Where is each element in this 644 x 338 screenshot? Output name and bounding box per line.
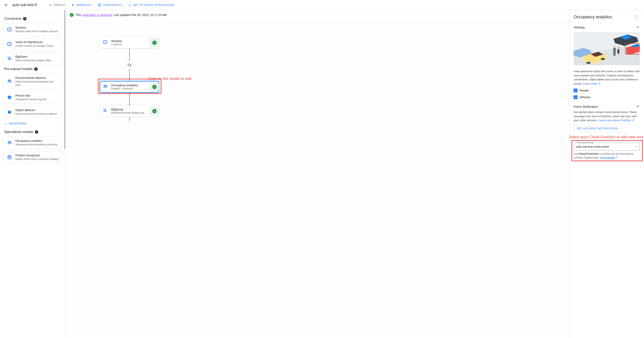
node-occupancy[interactable]: Occupancy analytics People + vehicles (100, 81, 159, 93)
settings-description: Uses advanced inputs like zones or lines… (574, 69, 640, 86)
card-title: Vision AI Warehouse (15, 40, 53, 44)
sidebar-item[interactable]: StreamsStream video from multiple source… (3, 23, 62, 36)
svg-rect-28 (614, 52, 614, 56)
pv-icon (6, 140, 12, 146)
chevron-up-icon (636, 25, 640, 29)
svg-rect-29 (614, 52, 616, 56)
stop-icon (71, 3, 74, 7)
card-title: Occupancy analytics (15, 139, 57, 142)
status-link[interactable]: application is deployed (82, 13, 112, 17)
card-title: Object detector (15, 108, 57, 112)
chart-icon (98, 3, 101, 7)
pretrained-heading: Pre-trained models ? (4, 67, 62, 71)
card-subtitle: Draw boxes around known objects (15, 112, 57, 115)
warehouse-icon (6, 41, 12, 47)
show-more-button[interactable]: SHOW MORE (3, 120, 62, 127)
sidebar-item[interactable]: Occupancy analyticsAdvanced person/vehic… (3, 136, 62, 149)
event-section-toggle[interactable]: Event Notification (574, 102, 640, 110)
help-icon[interactable]: ? (35, 130, 38, 134)
card-subtitle: Detect items from a product catalog (15, 157, 58, 160)
undeploy-button[interactable]: UNDEPLOY (69, 2, 94, 9)
svg-rect-32 (618, 54, 618, 57)
setup-event-notification-button[interactable]: SET UP EVENT NOTIFICATION (574, 125, 621, 132)
annotation-select-function: Select your Cloud Function or add new on… (569, 135, 643, 139)
help-icon[interactable]: ? (34, 67, 38, 71)
svg-rect-27 (613, 48, 616, 52)
svg-point-26 (613, 46, 616, 48)
learn-more-link[interactable]: Learn more (583, 82, 600, 85)
sidebar-item[interactable]: Vision AI WarehouseAssets stored on Goog… (3, 38, 62, 50)
card-subtitle: Draw boxes around people and cars (15, 80, 59, 86)
specialized-heading: Specialized models ? (4, 130, 62, 134)
field-label: Post-processing (576, 141, 594, 144)
settings-section-toggle[interactable]: Settings (574, 23, 640, 31)
sidebar-item[interactable]: Object detectorDraw boxes around known o… (3, 106, 62, 118)
svg-point-24 (601, 58, 605, 60)
chevron-up-icon (636, 105, 640, 108)
sidebar: Connectors ? StreamsStream video from mu… (0, 10, 66, 338)
bigquery-icon (103, 108, 109, 114)
svg-rect-33 (618, 54, 619, 57)
blur-icon (6, 94, 12, 100)
card-title: Person/vehicle detector (15, 76, 59, 80)
event-description: Get alerted when certain model events oc… (574, 110, 640, 122)
sidebar-item[interactable]: Product recognizerDetect items from a pr… (3, 151, 62, 163)
card-subtitle: Anonymize human figures (15, 98, 47, 101)
sidebar-item[interactable]: Person/vehicle detectorDraw boxes around… (3, 73, 62, 89)
status-check-icon (150, 38, 159, 47)
status-check-icon (150, 82, 159, 92)
help-icon[interactable]: ? (23, 17, 26, 21)
pubsub-link[interactable]: Learn more about Pub/Sub (598, 119, 634, 122)
details-title: Occupancy analytics (574, 15, 612, 19)
svg-point-20 (636, 17, 637, 17)
svg-point-23 (586, 62, 590, 64)
svg-point-30 (617, 47, 620, 49)
streams-icon (103, 40, 109, 46)
node-streams[interactable]: Streams 1 source (100, 37, 159, 49)
dropdown-icon (634, 145, 637, 148)
card-subtitle: Store structured insights data (15, 59, 51, 62)
people-icon (103, 84, 109, 90)
streams-icon (6, 27, 12, 32)
people-checkbox-row[interactable]: People (574, 89, 640, 92)
more-menu-button[interactable] (633, 14, 640, 20)
success-icon (70, 13, 74, 17)
card-title: BigQuery (15, 55, 51, 58)
card-subtitle: Stream video from multiple sources (15, 30, 58, 33)
card-subtitle: Advanced person/vehicle counting (15, 143, 57, 146)
back-button[interactable] (2, 1, 10, 9)
external-icon (632, 119, 634, 121)
product-icon (6, 154, 12, 160)
details-panel: Occupancy analytics Settings (569, 10, 644, 338)
mini-camera-node[interactable] (125, 61, 134, 69)
card-title: Person blur (15, 94, 47, 97)
checkbox-checked-icon (574, 95, 578, 99)
svg-point-21 (636, 18, 637, 18)
status-text: This application is deployed. Last updat… (76, 13, 167, 17)
annotation-click-model: Click on the model to edit (148, 77, 192, 81)
status-check-icon (150, 106, 159, 116)
graph-canvas[interactable]: Streams 1 source Click on the model to e… (68, 20, 567, 335)
view-details-button[interactable]: VIEW DETAILS (95, 2, 125, 9)
setup-event-button[interactable]: SET UP EVENT NOTIFICATION (126, 2, 177, 9)
settings-illustration (574, 31, 640, 67)
page-title: pub-sub-test-0 (12, 3, 37, 7)
external-icon (598, 82, 600, 85)
object-icon (6, 109, 12, 115)
deploy-button[interactable]: DEPLOY (46, 2, 68, 9)
sidebar-item[interactable]: Person blurAnonymize human figures (3, 91, 62, 104)
post-processing-select[interactable]: Post-processing pub-sub-test-mock-event (574, 143, 640, 151)
bigquery-icon (6, 56, 12, 61)
connectors-heading: Connectors ? (4, 17, 62, 21)
card-title: Product recognizer (15, 154, 58, 157)
card-subtitle: Assets stored on Google Cloud (15, 44, 53, 47)
sidebar-item[interactable]: BigQueryStore structured insights data (3, 52, 62, 65)
svg-point-19 (636, 15, 637, 16)
vehicles-checkbox-row[interactable]: Vehicles (574, 95, 640, 99)
card-title: Streams (15, 26, 58, 29)
network-icon (128, 3, 132, 7)
pv-icon (6, 78, 12, 84)
svg-rect-31 (617, 49, 619, 54)
node-bigquery[interactable]: BigQuery projects/visionai-testing-stabl… (100, 105, 159, 117)
play-icon (49, 3, 52, 7)
